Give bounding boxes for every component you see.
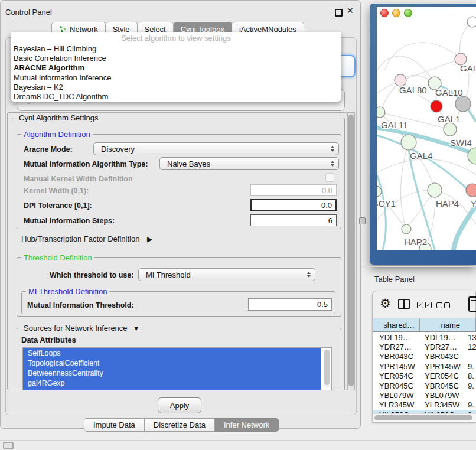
node-label-gal10: GAL10	[435, 87, 463, 97]
manual-kernel-checkbox[interactable]	[325, 173, 334, 182]
table-cell: 9.	[465, 400, 476, 409]
table-row[interactable]: YDR27…YDR27…12	[373, 342, 476, 351]
window-minimize-button[interactable]	[392, 9, 400, 17]
node-gal4[interactable]	[401, 135, 416, 150]
mi-threshold-label: Mutual Information Threshold:	[27, 301, 134, 309]
node-label-y: Y	[471, 198, 476, 208]
table-row[interactable]: YBR045CYBR045C9.	[373, 381, 476, 390]
stepper-icon	[331, 158, 334, 169]
node[interactable]	[455, 96, 471, 112]
attribute-item-selfloops[interactable]: SelfLoops	[23, 348, 321, 358]
scrollbar-thumb[interactable]	[324, 350, 330, 385]
algorithm-option-dream8-dc-tdc-algorithm[interactable]: Dream8 DC_TDC Algorithm	[11, 92, 341, 101]
algorithm-option-mutual-information-inference[interactable]: Mutual Information Inference	[11, 73, 341, 82]
data-attributes-list[interactable]: SelfLoopsTopologicalCoefficientBetweenne…	[22, 347, 332, 391]
table-header[interactable]: shared…name	[373, 318, 476, 332]
columns-icon[interactable]	[398, 299, 410, 309]
algorithm-option-basic-correlation-inference[interactable]: Basic Correlation Inference	[11, 53, 341, 63]
kernel-width-value: 0.0	[322, 186, 332, 195]
aracne-mode-value: Discovery	[101, 145, 135, 154]
gear-icon[interactable]: ⚙	[380, 297, 391, 309]
table-row[interactable]: YDL19…YDL19…13	[373, 332, 476, 342]
table-row[interactable]: YER054CYER054C8.	[373, 371, 476, 381]
algorithm-option-aracne-algorithm[interactable]: ARACNE Algorithm	[11, 63, 341, 73]
tab-discretize-data[interactable]: Discretize Data	[145, 418, 215, 432]
table-cell: YDL19…	[420, 333, 465, 342]
node-hap4[interactable]	[428, 183, 442, 197]
splitter-handle[interactable]	[359, 217, 366, 224]
sources-group-title: Sources for Network Inference ▼	[21, 324, 142, 332]
aracne-mode-label: Aracne Mode:	[24, 145, 73, 154]
table-cell: 13	[465, 333, 476, 342]
mi-steps-field[interactable]: 6	[250, 214, 337, 226]
attribute-item-betweennesscentrality[interactable]: BetweennessCentrality	[23, 368, 321, 378]
table-row[interactable]: YPR145WYPR145W9.	[373, 361, 476, 371]
scrollbar-thumb[interactable]	[374, 415, 472, 420]
mi-threshold-field[interactable]: 0.5	[248, 298, 332, 311]
tab-infer-network[interactable]: Infer Network	[215, 418, 279, 432]
threshold-definition-title: Threshold Definition	[21, 253, 94, 262]
mini-float-icon[interactable]	[3, 442, 14, 449]
table-row[interactable]: YBL079WYBL079W	[373, 390, 476, 400]
network-canvas[interactable]: GALGAL80GAL10GAL1GAL11GAL4SWI4GCY1HAP4YH…	[377, 7, 476, 250]
dpi-tolerance-label: DPI Tolerance [0,1]:	[24, 201, 92, 210]
aracne-mode-combo[interactable]: Discovery	[93, 142, 339, 155]
scrollbar-thumb[interactable]	[348, 115, 354, 386]
node-label-gcy1: GCY1	[377, 198, 396, 208]
table-cell: YLR345W	[420, 400, 465, 409]
table-panel-title: Table Panel	[374, 275, 415, 283]
column-header-name[interactable]: name	[420, 318, 465, 332]
node[interactable]	[467, 17, 476, 27]
table-mode-icon[interactable]	[468, 296, 476, 312]
unchecked-box-icon	[436, 302, 442, 308]
node[interactable]	[431, 100, 442, 112]
mi-steps-value: 6	[328, 216, 332, 225]
deselect-all-icon[interactable]	[436, 302, 450, 308]
hub-section-label[interactable]: Hub/Transcription Factor Definition ▶	[21, 234, 152, 243]
node-label-gal4: GAL4	[410, 151, 432, 161]
expand-down-icon[interactable]: ▼	[133, 325, 139, 332]
node-gal11[interactable]	[377, 107, 385, 118]
column-header-shared[interactable]: shared…	[373, 318, 420, 332]
kernel-width-field[interactable]: 0.0	[250, 184, 337, 196]
node-hap2[interactable]	[402, 224, 411, 234]
list-scrollbar[interactable]	[324, 349, 330, 388]
table-cell: 12	[465, 343, 476, 351]
mi-type-combo[interactable]: Naive Bayes	[159, 157, 339, 170]
network-nodes[interactable]	[377, 17, 476, 250]
float-panel-icon[interactable]	[335, 9, 343, 17]
window-close-button[interactable]	[380, 9, 389, 17]
dpi-tolerance-field[interactable]: 0.0	[250, 199, 337, 211]
attribute-item-topologicalcoefficient[interactable]: TopologicalCoefficient	[23, 358, 321, 368]
table-row[interactable]: YLR345WYLR345W9.	[373, 400, 476, 410]
table-cell: YDL19…	[373, 333, 420, 342]
window-zoom-button[interactable]	[404, 9, 412, 17]
column-header-2[interactable]	[465, 318, 476, 332]
node-label-gal1: GAL1	[438, 114, 460, 124]
close-icon[interactable]: ✕	[347, 6, 354, 15]
table-cell: YBR045C	[373, 381, 420, 390]
node-y[interactable]	[466, 184, 476, 197]
stepper-icon	[307, 269, 311, 281]
select-all-icon[interactable]: ✓ ✓	[417, 302, 432, 308]
settings-vertical-scrollbar[interactable]	[347, 112, 355, 390]
checked-box-icon: ✓	[425, 302, 432, 308]
attribute-item-gal4rgexp[interactable]: gal4RGexp	[23, 378, 321, 388]
expand-right-icon[interactable]: ▶	[147, 235, 152, 243]
mi-type-label: Mutual Information Algorithm Type:	[24, 160, 148, 168]
apply-button[interactable]: Apply	[158, 397, 201, 413]
table-cell: YBR043C	[373, 352, 420, 361]
bottom-strip	[0, 440, 476, 450]
tab-impute-data[interactable]: Impute Data	[84, 418, 145, 432]
algorithm-option-bayesian-hill-climbing[interactable]: Bayesian – Hill Climbing	[11, 44, 341, 53]
node-gal1[interactable]	[444, 123, 457, 136]
mi-threshold-group-title: MI Threshold Definition	[26, 287, 109, 296]
node-gal80[interactable]	[395, 74, 406, 86]
table-rows[interactable]: YDL19…YDL19…13YDR27…YDR27…12YBR043CYBR04…	[373, 332, 476, 413]
table-row[interactable]: YBR043CYBR043C	[373, 352, 476, 361]
table-cell: YER054C	[420, 371, 465, 380]
algorithm-option-bayesian-k2[interactable]: Bayesian – K2	[11, 82, 341, 92]
table-cell: 8.	[465, 371, 476, 380]
which-threshold-combo[interactable]: MI Threshold	[138, 268, 315, 281]
table-horizontal-scrollbar[interactable]	[373, 413, 476, 422]
